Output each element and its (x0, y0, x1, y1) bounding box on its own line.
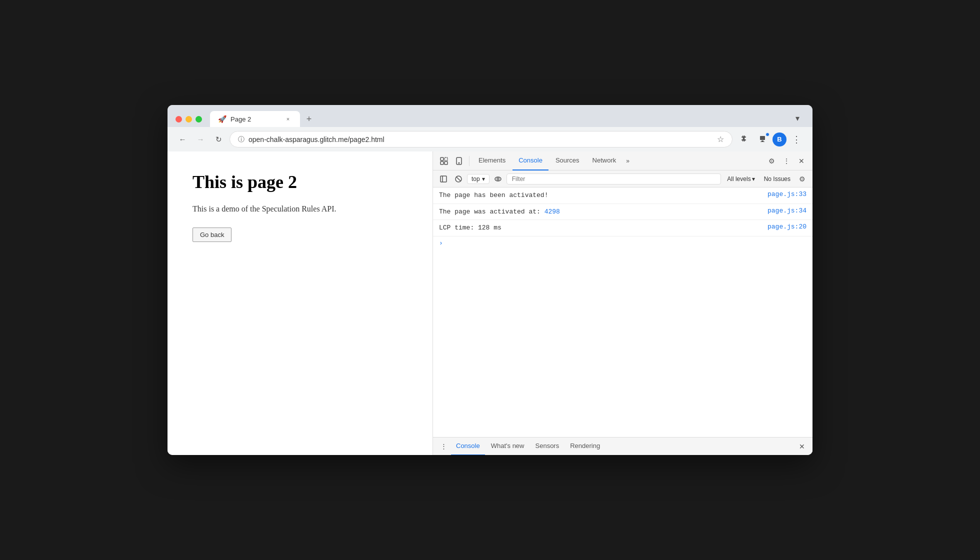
page-content: This is page 2 This is a demo of the Spe… (168, 152, 432, 455)
console-settings-button[interactable]: ⚙ (796, 172, 808, 186)
svg-point-7 (458, 162, 460, 164)
log-expand-chevron[interactable]: › (433, 236, 812, 250)
devtools-settings-button[interactable]: ⚙ (764, 154, 778, 168)
svg-rect-5 (444, 162, 448, 164)
svg-rect-1 (760, 142, 764, 142)
devtools-separator (469, 156, 470, 166)
address-bar: ← → ↻ ⓘ open-chalk-asparagus.glitch.me/p… (168, 127, 812, 152)
log-link-3[interactable]: page.js:20 (768, 223, 806, 230)
browser-window: 🚀 Page 2 × + ▾ ← → ↻ ⓘ open-chalk-aspara… (168, 105, 812, 455)
console-clear-button[interactable] (452, 172, 465, 186)
devtools-notif-button[interactable] (754, 132, 770, 148)
log-number-2: 4298 (544, 208, 560, 216)
devtools-panel: Elements Console Sources Network » ⚙ ⋮ ✕ (432, 152, 812, 455)
devtools-bottombar: ⋮ Console What's new Sensors Rendering ✕ (433, 437, 812, 455)
minimize-window-button[interactable] (186, 116, 192, 122)
devtools-more-options-button[interactable]: ⋮ (780, 154, 794, 168)
tab-title: Page 2 (230, 116, 280, 123)
notification-dot (766, 132, 770, 136)
profile-button[interactable]: B (772, 132, 786, 146)
log-text-1: The page has been activated! (439, 190, 764, 200)
bottom-tab-whats-new[interactable]: What's new (486, 438, 530, 456)
log-link-2[interactable]: page.js:34 (768, 207, 806, 214)
tabs-row: 🚀 Page 2 × + ▾ (210, 111, 804, 127)
page-heading: This is page 2 (192, 172, 408, 192)
devtools-inspect-button[interactable] (437, 154, 451, 168)
svg-line-11 (456, 177, 460, 181)
tab-close-button[interactable]: × (284, 115, 292, 123)
bookmark-icon[interactable]: ☆ (717, 134, 724, 144)
devtools-close-button[interactable]: ✕ (794, 154, 808, 168)
svg-point-13 (497, 178, 499, 180)
log-entry-3: LCP time: 128 ms page.js:20 (433, 220, 812, 236)
console-filter-input[interactable] (506, 174, 722, 184)
svg-rect-0 (762, 140, 764, 142)
svg-point-12 (495, 177, 501, 181)
devtools-bottom-close-button[interactable]: ✕ (796, 440, 808, 453)
log-entry-2: The page was activated at: 4298 page.js:… (433, 204, 812, 220)
console-toolbar: top ▾ All levels ▾ No Issues ⚙ (433, 170, 812, 188)
main-area: This is page 2 This is a demo of the Spe… (168, 152, 812, 455)
devtools-tab-network[interactable]: Network (586, 152, 622, 170)
address-bar-input-wrap[interactable]: ⓘ open-chalk-asparagus.glitch.me/page2.h… (230, 131, 732, 148)
log-text-2: The page was activated at: 4298 (439, 207, 764, 217)
svg-rect-3 (444, 158, 448, 160)
no-issues-badge: No Issues (761, 176, 794, 182)
bottom-tab-sensors[interactable]: Sensors (530, 438, 564, 456)
active-tab[interactable]: 🚀 Page 2 × (210, 111, 300, 127)
menu-button[interactable]: ⋮ (788, 132, 804, 148)
back-button[interactable]: ← (176, 132, 190, 146)
context-label: top (472, 176, 480, 182)
svg-rect-2 (440, 158, 444, 160)
devtools-tab-elements[interactable]: Elements (472, 152, 512, 170)
console-sidebar-toggle[interactable] (437, 172, 450, 186)
console-eye-button[interactable] (492, 172, 504, 186)
levels-label: All levels (727, 176, 750, 182)
tab-dropdown-button[interactable]: ▾ (790, 111, 804, 125)
log-text-3: LCP time: 128 ms (439, 223, 764, 233)
levels-dropdown-icon: ▾ (752, 176, 755, 182)
bottom-tab-rendering[interactable]: Rendering (565, 438, 605, 456)
tab-favicon-icon: 🚀 (218, 115, 226, 123)
log-entry-1: The page has been activated! page.js:33 (433, 188, 812, 204)
new-tab-button[interactable]: + (302, 112, 316, 126)
toolbar-actions: B ⋮ (736, 132, 804, 148)
close-window-button[interactable] (176, 116, 182, 122)
log-text-2-before: The page was activated at: (439, 208, 544, 216)
devtools-tab-sources[interactable]: Sources (550, 152, 586, 170)
devtools-device-button[interactable] (452, 154, 466, 168)
address-security-icon: ⓘ (238, 135, 244, 144)
log-link-1[interactable]: page.js:33 (768, 190, 806, 198)
forward-button[interactable]: → (194, 132, 208, 146)
address-text: open-chalk-asparagus.glitch.me/page2.htm… (248, 136, 713, 144)
devtools-tab-console[interactable]: Console (512, 152, 548, 170)
bottom-tab-console[interactable]: Console (451, 438, 485, 456)
console-log-area: The page has been activated! page.js:33 … (433, 188, 812, 437)
maximize-window-button[interactable] (196, 116, 202, 122)
console-levels-selector[interactable]: All levels ▾ (723, 174, 758, 184)
devtools-topbar: Elements Console Sources Network » ⚙ ⋮ ✕ (433, 152, 812, 170)
console-context-selector[interactable]: top ▾ (467, 174, 490, 184)
svg-rect-8 (440, 176, 446, 182)
go-back-button[interactable]: Go back (192, 228, 232, 242)
page-description: This is a demo of the Speculation Rules … (192, 204, 408, 214)
svg-rect-4 (440, 162, 444, 164)
reload-button[interactable]: ↻ (212, 132, 226, 146)
devtools-more-tabs-button[interactable]: » (623, 158, 632, 164)
bottom-bar-menu-button[interactable]: ⋮ (437, 440, 450, 453)
extensions-button[interactable] (736, 132, 752, 148)
context-dropdown-icon: ▾ (482, 176, 485, 182)
title-bar: 🚀 Page 2 × + ▾ (168, 105, 812, 127)
traffic-lights (176, 116, 202, 122)
